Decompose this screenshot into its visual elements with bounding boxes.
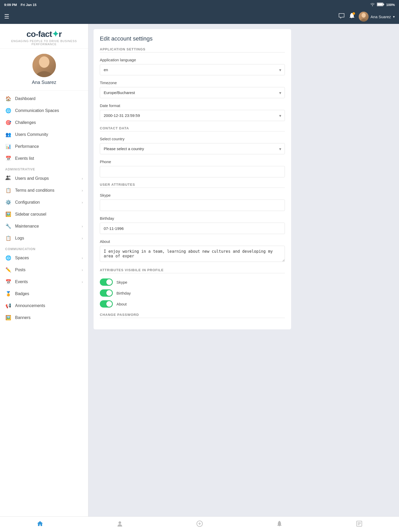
sidebar-item-maintenance[interactable]: 🔧 Maintenance › [0,220,88,232]
about-label: About [100,239,285,244]
svg-point-8 [9,176,10,177]
svg-point-7 [6,176,9,178]
svg-point-6 [35,71,53,77]
date-format-select-wrapper: 2000-12-31 23:59:59 12/31/2000 31.12.200… [100,110,285,121]
bottom-nav-profile[interactable] [111,518,128,531]
birthday-input[interactable] [100,223,285,234]
arrow-right-icon: › [82,200,83,204]
arrow-right-icon: › [82,176,83,181]
date-format-select[interactable]: 2000-12-31 23:59:59 12/31/2000 31.12.200… [100,110,285,121]
app-settings-header: APPLICATION SETTINGS [100,47,285,51]
sidebar-item-announcements[interactable]: 📢 Announcements [0,300,88,312]
date-format-field: Date format 2000-12-31 23:59:59 12/31/20… [100,103,285,121]
events-icon: 📅 [5,279,11,285]
sidebar-item-label: Announcements [15,303,83,308]
sidebar-item-label: Communication Spaces [15,108,83,113]
section-divider [100,318,285,318]
arrow-right-icon: › [82,236,83,240]
application-settings-section: APPLICATION SETTINGS Application languag… [100,47,285,121]
about-toggle-row: About [100,300,285,308]
sidebar-item-banners[interactable]: 🖼️ Banners [0,312,88,324]
sidebar-user-name: Ana Suarez [32,80,56,85]
top-nav: ☰ Ana Suarez ▾ [0,9,399,24]
sidebar-item-users-community[interactable]: 👥 Users Community [0,129,88,141]
status-date: Fri Jan 15 [21,3,37,7]
logs-icon: 📋 [5,235,11,241]
hamburger-button[interactable]: ☰ [4,13,9,20]
arrow-right-icon: › [82,224,83,228]
gear-icon: ⚙️ [5,200,11,205]
sidebar-item-dashboard[interactable]: 🏠 Dashboard [0,93,88,105]
sidebar-item-badges[interactable]: 🏅 Badges [0,288,88,300]
sidebar-item-posts[interactable]: ✏️ Posts › [0,264,88,276]
section-divider [100,131,285,131]
chart-icon: 📊 [5,144,11,149]
sidebar-item-communication-spaces[interactable]: 🌐 Communication Spaces [0,105,88,117]
carousel-icon: 🖼️ [5,211,11,217]
sidebar-avatar[interactable] [32,54,56,77]
timezone-select[interactable]: Europe/Bucharest America/New_York UTC [100,87,285,98]
sidebar-item-spaces[interactable]: 🌐 Spaces › [0,252,88,264]
contact-data-header: CONTACT DATA [100,126,285,130]
user-profile-button[interactable]: Ana Suarez ▾ [359,12,395,22]
svg-point-5 [39,56,49,68]
country-field: Select country Please select a country [100,137,285,154]
sidebar-item-label: Badges [15,291,83,296]
messages-icon[interactable] [338,13,345,20]
change-password-header: CHANGE PASSWORD [100,313,285,317]
home-nav-icon [37,520,43,529]
users-admin-icon [5,175,11,181]
sidebar-item-events[interactable]: 📅 Events › [0,276,88,288]
calendar-icon: 📅 [5,156,11,161]
main-layout: co-fact✦r ENGAGING PEOPLE TO DRIVE BUSIN… [0,24,399,516]
sidebar-item-label: Spaces [15,256,78,260]
section-divider [100,188,285,188]
skype-input[interactable] [100,200,285,211]
language-select[interactable]: en fr de es [100,64,285,75]
page-title: Edit account settings [100,35,285,42]
about-visibility-toggle[interactable] [100,300,113,308]
attributes-visible-section: ATTRIBUTES VISIBILE IN PROFILE Skype Bir… [100,268,285,308]
sidebar-item-label: Sidebar carousel [15,212,83,217]
skype-toggle-label: Skype [116,280,127,284]
bottom-nav-home[interactable] [31,518,49,531]
country-label: Select country [100,137,285,141]
skype-visibility-toggle[interactable] [100,278,113,286]
sidebar-item-users-and-groups[interactable]: Users and Groups › [0,172,88,184]
add-nav-icon [196,520,203,529]
sidebar-item-terms-and-conditions[interactable]: 📋 Terms and conditions › [0,184,88,196]
country-select-wrapper: Please select a country [100,143,285,154]
user-name-nav: Ana Suarez [371,15,391,19]
sidebar-item-sidebar-carousel[interactable]: 🖼️ Sidebar carousel [0,208,88,220]
sidebar-item-configuration[interactable]: ⚙️ Configuration › [0,196,88,208]
birthday-visibility-toggle[interactable] [100,289,113,297]
bottom-nav-add[interactable] [191,518,208,531]
sidebar-item-performance[interactable]: 📊 Performance [0,141,88,152]
contact-data-section: CONTACT DATA Select country Please selec… [100,126,285,177]
svg-point-3 [362,13,366,18]
sidebar-logo: co-fact✦r ENGAGING PEOPLE TO DRIVE BUSIN… [0,24,88,49]
user-attributes-header: USER ATTRIBUTES [100,183,285,187]
bottom-nav-list[interactable] [351,518,368,531]
attributes-visible-header: ATTRIBUTES VISIBILE IN PROFILE [100,268,285,272]
about-textarea[interactable]: I enjoy working in a team, learning abou… [100,246,285,262]
country-select[interactable]: Please select a country [100,143,285,154]
bottom-nav-notifications[interactable] [271,518,288,531]
sidebar-item-challenges[interactable]: 🎯 Challenges [0,117,88,129]
edit-icon: ✏️ [5,267,11,273]
badge-icon: 🏅 [5,291,11,297]
birthday-toggle-label: Birthday [116,291,131,295]
language-select-wrapper: en fr de es [100,64,285,75]
svg-point-4 [360,19,367,22]
sidebar-item-label: Configuration [15,200,78,205]
about-field: About I enjoy working in a team, learnin… [100,239,285,263]
wifi-icon [370,3,375,7]
birthday-toggle-row: Birthday [100,289,285,297]
birthday-field: Birthday [100,216,285,234]
sidebar-item-logs[interactable]: 📋 Logs › [0,232,88,244]
notifications-icon[interactable] [349,13,355,21]
globe-icon: 🌐 [5,108,11,114]
phone-input[interactable] [100,166,285,177]
section-divider [100,273,285,273]
sidebar-item-events-list[interactable]: 📅 Events list [0,152,88,164]
